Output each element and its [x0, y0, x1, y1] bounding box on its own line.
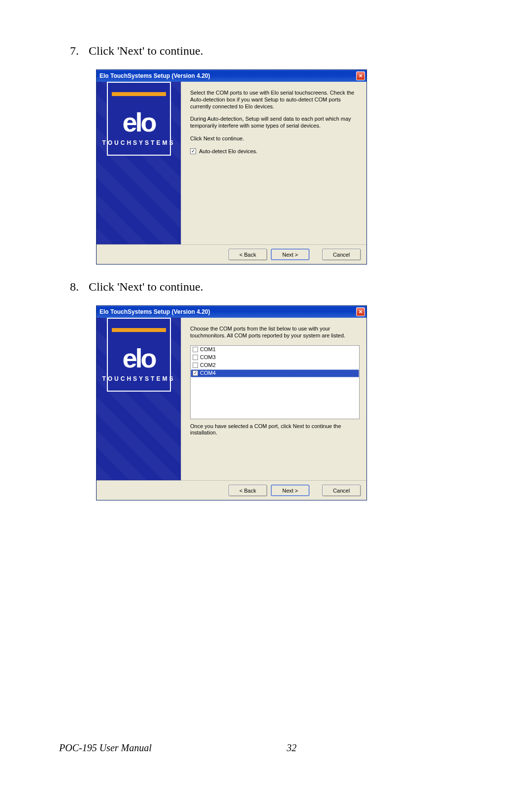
- side-panel: elo TOUCHSYSTEMS: [97, 82, 181, 244]
- content-panel: Select the COM ports to use with Elo ser…: [181, 82, 366, 244]
- list-item-label: COM3: [200, 354, 216, 361]
- titlebar: Elo TouchSystems Setup (Version 4.20) ×: [97, 70, 366, 82]
- back-label: < Back: [239, 488, 256, 494]
- close-button[interactable]: ×: [356, 307, 365, 316]
- setup-dialog-comports: Elo TouchSystems Setup (Version 4.20) × …: [96, 305, 367, 500]
- com4-checkbox[interactable]: [193, 370, 198, 376]
- step-text: Click 'Next' to continue.: [89, 280, 203, 294]
- list-item[interactable]: COM3: [191, 354, 359, 362]
- autodetect-checkbox-row[interactable]: Auto-detect Elo devices.: [190, 148, 360, 155]
- logo-word: elo: [122, 335, 155, 370]
- com3-checkbox[interactable]: [193, 355, 198, 360]
- cancel-label: Cancel: [333, 488, 350, 494]
- close-icon: ×: [359, 73, 362, 79]
- close-button[interactable]: ×: [356, 71, 365, 80]
- page-number: 32: [287, 742, 297, 754]
- instruction-p1: Select the COM ports to use with Elo ser…: [190, 90, 360, 110]
- back-label: < Back: [239, 252, 256, 258]
- com1-checkbox[interactable]: [193, 347, 198, 352]
- dialog-body: elo TOUCHSYSTEMS Choose the COM ports fr…: [97, 318, 366, 480]
- step-text: Click 'Next' to continue.: [89, 44, 203, 58]
- step-number: 8.: [59, 280, 89, 294]
- page-content: 7. Click 'Next' to continue. Elo TouchSy…: [0, 0, 532, 500]
- logo-bar: [112, 328, 166, 332]
- instruction-p1: Choose the COM ports from the list below…: [190, 326, 360, 339]
- logo-subtext: TOUCHSYSTEMS: [102, 375, 175, 382]
- setup-dialog-autodetect: Elo TouchSystems Setup (Version 4.20) × …: [96, 69, 367, 265]
- list-item[interactable]: COM1: [191, 346, 359, 354]
- instruction-p2: During Auto-detection, Setup will send d…: [190, 116, 360, 130]
- com-port-listbox[interactable]: COM1 COM3 COM2 COM4: [190, 345, 360, 419]
- close-icon: ×: [359, 309, 362, 315]
- next-label: Next >: [282, 488, 298, 494]
- autodetect-checkbox[interactable]: [190, 148, 196, 154]
- list-item-selected[interactable]: COM4: [191, 369, 359, 377]
- logo-word: elo: [122, 99, 155, 134]
- instruction-p2: Once you have selected a COM port, click…: [190, 423, 360, 437]
- logo-bar: [112, 92, 166, 96]
- com2-checkbox[interactable]: [193, 363, 198, 368]
- next-button[interactable]: Next >: [271, 485, 309, 496]
- back-button[interactable]: < Back: [229, 485, 267, 496]
- window-title: Elo TouchSystems Setup (Version 4.20): [100, 72, 210, 79]
- side-panel: elo TOUCHSYSTEMS: [97, 318, 181, 480]
- autodetect-label: Auto-detect Elo devices.: [199, 148, 258, 155]
- step-8-row: 8. Click 'Next' to continue.: [59, 280, 473, 294]
- list-item-label: COM1: [200, 346, 216, 353]
- step-number: 7.: [59, 44, 89, 58]
- window-title: Elo TouchSystems Setup (Version 4.20): [100, 308, 210, 315]
- page-footer: POC-195 User Manual 32: [59, 742, 473, 754]
- step-7-row: 7. Click 'Next' to continue.: [59, 44, 473, 58]
- cancel-button[interactable]: Cancel: [322, 249, 361, 260]
- next-button[interactable]: Next >: [271, 249, 309, 260]
- button-bar: < Back Next > Cancel: [97, 244, 366, 264]
- elo-logo: elo TOUCHSYSTEMS: [107, 82, 171, 156]
- titlebar: Elo TouchSystems Setup (Version 4.20) ×: [97, 306, 366, 318]
- list-item-label: COM2: [200, 362, 216, 369]
- cancel-button[interactable]: Cancel: [322, 485, 361, 496]
- instruction-p3: Click Next to continue.: [190, 135, 360, 142]
- back-button[interactable]: < Back: [229, 249, 267, 260]
- list-item-label: COM4: [200, 370, 216, 377]
- doc-title: POC-195 User Manual: [59, 742, 287, 754]
- elo-logo: elo TOUCHSYSTEMS: [107, 318, 171, 392]
- logo-subtext: TOUCHSYSTEMS: [102, 139, 175, 146]
- list-item[interactable]: COM2: [191, 362, 359, 369]
- cancel-label: Cancel: [333, 252, 350, 258]
- button-bar: < Back Next > Cancel: [97, 480, 366, 500]
- content-panel: Choose the COM ports from the list below…: [181, 318, 366, 480]
- dialog-body: elo TOUCHSYSTEMS Select the COM ports to…: [97, 82, 366, 244]
- next-label: Next >: [282, 252, 298, 258]
